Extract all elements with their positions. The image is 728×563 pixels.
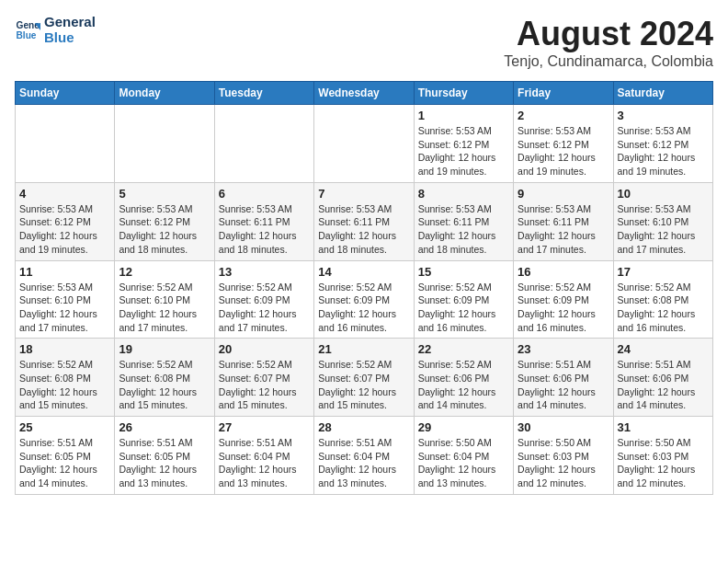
day-cell: 5Sunrise: 5:53 AM Sunset: 6:12 PM Daylig… <box>115 182 214 260</box>
logo-icon: General Blue <box>15 17 40 43</box>
day-number: 17 <box>618 265 709 279</box>
day-info: Sunrise: 5:50 AM Sunset: 6:04 PM Dayligh… <box>418 436 509 490</box>
day-cell: 13Sunrise: 5:52 AM Sunset: 6:09 PM Dayli… <box>214 260 313 339</box>
day-cell: 14Sunrise: 5:52 AM Sunset: 6:09 PM Dayli… <box>314 260 414 339</box>
day-info: Sunrise: 5:53 AM Sunset: 6:11 PM Dayligh… <box>518 202 609 257</box>
logo-text-general: General <box>44 15 96 30</box>
page-header: General Blue General Blue August 2024 Te… <box>15 15 713 70</box>
day-cell: 16Sunrise: 5:52 AM Sunset: 6:09 PM Dayli… <box>514 260 613 339</box>
day-number: 5 <box>119 187 210 201</box>
day-number: 21 <box>318 342 409 356</box>
col-header-wednesday: Wednesday <box>314 82 414 105</box>
day-cell: 17Sunrise: 5:52 AM Sunset: 6:08 PM Dayli… <box>613 260 712 339</box>
page-subtitle: Tenjo, Cundinamarca, Colombia <box>504 53 713 70</box>
col-header-sunday: Sunday <box>16 82 115 105</box>
day-info: Sunrise: 5:53 AM Sunset: 6:12 PM Dayligh… <box>19 202 110 257</box>
day-number: 31 <box>618 420 709 434</box>
day-cell: 19Sunrise: 5:52 AM Sunset: 6:08 PM Dayli… <box>115 339 214 417</box>
day-info: Sunrise: 5:51 AM Sunset: 6:05 PM Dayligh… <box>119 436 210 490</box>
day-cell: 26Sunrise: 5:51 AM Sunset: 6:05 PM Dayli… <box>115 417 214 495</box>
day-info: Sunrise: 5:53 AM Sunset: 6:10 PM Dayligh… <box>618 202 709 257</box>
day-cell <box>16 105 115 183</box>
day-cell: 18Sunrise: 5:52 AM Sunset: 6:08 PM Dayli… <box>16 339 115 417</box>
day-info: Sunrise: 5:53 AM Sunset: 6:11 PM Dayligh… <box>219 202 310 257</box>
day-info: Sunrise: 5:53 AM Sunset: 6:12 PM Dayligh… <box>119 202 210 257</box>
day-number: 14 <box>318 265 409 279</box>
week-row-3: 11Sunrise: 5:53 AM Sunset: 6:10 PM Dayli… <box>16 260 713 339</box>
day-cell: 4Sunrise: 5:53 AM Sunset: 6:12 PM Daylig… <box>16 182 115 260</box>
day-cell: 12Sunrise: 5:52 AM Sunset: 6:10 PM Dayli… <box>115 260 214 339</box>
day-number: 2 <box>518 109 609 122</box>
day-info: Sunrise: 5:53 AM Sunset: 6:11 PM Dayligh… <box>318 202 409 257</box>
day-number: 7 <box>318 187 409 201</box>
day-number: 6 <box>219 187 310 201</box>
day-cell: 25Sunrise: 5:51 AM Sunset: 6:05 PM Dayli… <box>16 417 115 495</box>
day-cell: 10Sunrise: 5:53 AM Sunset: 6:10 PM Dayli… <box>613 182 712 260</box>
day-info: Sunrise: 5:50 AM Sunset: 6:03 PM Dayligh… <box>618 436 709 490</box>
day-info: Sunrise: 5:52 AM Sunset: 6:08 PM Dayligh… <box>618 281 709 335</box>
day-cell <box>314 105 414 183</box>
day-cell: 2Sunrise: 5:53 AM Sunset: 6:12 PM Daylig… <box>514 105 613 183</box>
week-row-2: 4Sunrise: 5:53 AM Sunset: 6:12 PM Daylig… <box>16 182 713 260</box>
week-row-1: 1Sunrise: 5:53 AM Sunset: 6:12 PM Daylig… <box>16 105 713 183</box>
day-number: 12 <box>119 265 210 279</box>
day-number: 29 <box>418 420 509 434</box>
day-number: 11 <box>19 265 110 279</box>
col-header-tuesday: Tuesday <box>214 82 313 105</box>
day-info: Sunrise: 5:51 AM Sunset: 6:06 PM Dayligh… <box>618 358 709 412</box>
day-number: 25 <box>19 420 110 434</box>
day-cell: 20Sunrise: 5:52 AM Sunset: 6:07 PM Dayli… <box>214 339 313 417</box>
day-number: 22 <box>418 342 509 356</box>
day-cell: 3Sunrise: 5:53 AM Sunset: 6:12 PM Daylig… <box>613 105 712 183</box>
day-cell: 7Sunrise: 5:53 AM Sunset: 6:11 PM Daylig… <box>314 182 414 260</box>
svg-text:Blue: Blue <box>17 30 37 40</box>
day-info: Sunrise: 5:53 AM Sunset: 6:12 PM Dayligh… <box>518 124 609 178</box>
day-cell: 23Sunrise: 5:51 AM Sunset: 6:06 PM Dayli… <box>514 339 613 417</box>
day-info: Sunrise: 5:53 AM Sunset: 6:11 PM Dayligh… <box>418 202 509 257</box>
day-info: Sunrise: 5:52 AM Sunset: 6:08 PM Dayligh… <box>119 358 210 412</box>
week-row-4: 18Sunrise: 5:52 AM Sunset: 6:08 PM Dayli… <box>16 339 713 417</box>
day-cell: 22Sunrise: 5:52 AM Sunset: 6:06 PM Dayli… <box>414 339 513 417</box>
col-header-monday: Monday <box>115 82 214 105</box>
day-info: Sunrise: 5:52 AM Sunset: 6:09 PM Dayligh… <box>518 281 609 335</box>
day-number: 3 <box>618 109 709 122</box>
day-info: Sunrise: 5:52 AM Sunset: 6:07 PM Dayligh… <box>219 358 310 412</box>
day-info: Sunrise: 5:53 AM Sunset: 6:12 PM Dayligh… <box>618 124 709 178</box>
logo-text-blue: Blue <box>44 30 96 46</box>
day-number: 4 <box>19 187 110 201</box>
day-cell: 8Sunrise: 5:53 AM Sunset: 6:11 PM Daylig… <box>414 182 513 260</box>
day-cell: 27Sunrise: 5:51 AM Sunset: 6:04 PM Dayli… <box>214 417 313 495</box>
day-number: 23 <box>518 342 609 356</box>
day-cell: 30Sunrise: 5:50 AM Sunset: 6:03 PM Dayli… <box>514 417 613 495</box>
week-row-5: 25Sunrise: 5:51 AM Sunset: 6:05 PM Dayli… <box>16 417 713 495</box>
day-info: Sunrise: 5:51 AM Sunset: 6:04 PM Dayligh… <box>318 436 409 490</box>
calendar-header-row: SundayMondayTuesdayWednesdayThursdayFrid… <box>16 82 713 105</box>
calendar-table: SundayMondayTuesdayWednesdayThursdayFrid… <box>15 81 713 495</box>
day-number: 20 <box>219 342 310 356</box>
title-block: August 2024 Tenjo, Cundinamarca, Colombi… <box>504 15 713 70</box>
day-number: 18 <box>19 342 110 356</box>
day-info: Sunrise: 5:52 AM Sunset: 6:09 PM Dayligh… <box>318 281 409 335</box>
day-number: 13 <box>219 265 310 279</box>
day-number: 30 <box>518 420 609 434</box>
day-info: Sunrise: 5:52 AM Sunset: 6:10 PM Dayligh… <box>119 281 210 335</box>
day-info: Sunrise: 5:52 AM Sunset: 6:08 PM Dayligh… <box>19 358 110 412</box>
day-cell: 24Sunrise: 5:51 AM Sunset: 6:06 PM Dayli… <box>613 339 712 417</box>
day-number: 24 <box>618 342 709 356</box>
day-cell: 21Sunrise: 5:52 AM Sunset: 6:07 PM Dayli… <box>314 339 414 417</box>
day-cell: 1Sunrise: 5:53 AM Sunset: 6:12 PM Daylig… <box>414 105 513 183</box>
page-title: August 2024 <box>504 15 713 53</box>
day-cell: 9Sunrise: 5:53 AM Sunset: 6:11 PM Daylig… <box>514 182 613 260</box>
day-info: Sunrise: 5:52 AM Sunset: 6:07 PM Dayligh… <box>318 358 409 412</box>
day-cell <box>214 105 313 183</box>
day-cell: 28Sunrise: 5:51 AM Sunset: 6:04 PM Dayli… <box>314 417 414 495</box>
day-info: Sunrise: 5:51 AM Sunset: 6:04 PM Dayligh… <box>219 436 310 490</box>
day-cell: 29Sunrise: 5:50 AM Sunset: 6:04 PM Dayli… <box>414 417 513 495</box>
day-cell: 6Sunrise: 5:53 AM Sunset: 6:11 PM Daylig… <box>214 182 313 260</box>
day-info: Sunrise: 5:52 AM Sunset: 6:09 PM Dayligh… <box>219 281 310 335</box>
day-info: Sunrise: 5:51 AM Sunset: 6:05 PM Dayligh… <box>19 436 110 490</box>
day-number: 26 <box>119 420 210 434</box>
day-cell: 11Sunrise: 5:53 AM Sunset: 6:10 PM Dayli… <box>16 260 115 339</box>
day-number: 28 <box>318 420 409 434</box>
day-number: 1 <box>418 109 509 122</box>
